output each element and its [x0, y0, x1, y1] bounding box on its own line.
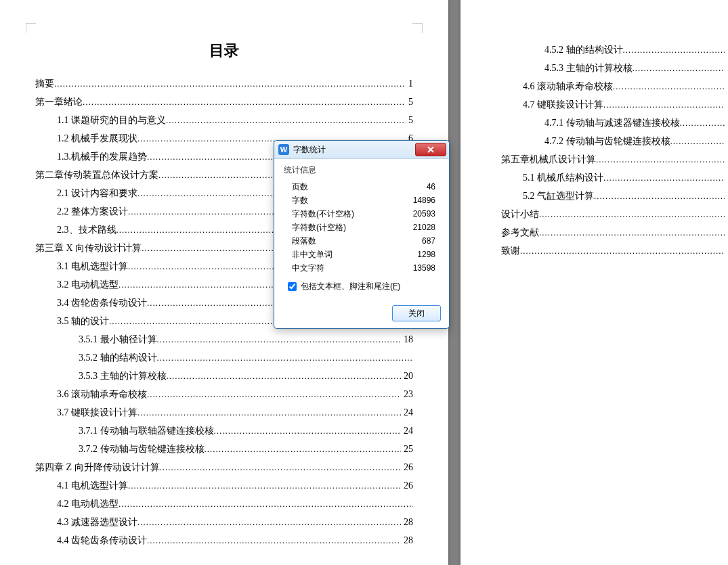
- toc-entry[interactable]: 5.2 气缸选型计算: [501, 187, 725, 205]
- toc-leader: [520, 242, 725, 260]
- toc-entry[interactable]: 4.4 齿轮齿条传动设计28: [35, 531, 413, 549]
- toc-entry[interactable]: 3.5.2 轴的结构设计: [35, 348, 413, 367]
- toc-entry[interactable]: 4.6 滚动轴承寿命校核: [501, 77, 725, 95]
- toc-entry-page: 24: [401, 403, 413, 422]
- crop-mark: [26, 23, 36, 33]
- stat-row: 字符数(计空格)21028: [284, 221, 440, 234]
- toc-entry-label: 设计小结: [501, 205, 539, 223]
- toc-entry-label: 2.3、技术路线: [57, 221, 116, 239]
- toc-entry-label: 4.7.2 传动轴与齿轮键连接校核: [544, 132, 670, 150]
- toc-entry[interactable]: 5.1 机械爪结构设计: [501, 168, 725, 187]
- toc-entry-label: 3.7.2 传动轴与齿轮键连接校核: [79, 440, 205, 458]
- toc-entry[interactable]: 第五章机械爪设计计算: [501, 150, 725, 168]
- stat-value: 687: [402, 234, 440, 248]
- toc-entry-page: 1: [406, 74, 413, 93]
- toc-entry-label: 3.4 齿轮齿条传动设计: [57, 294, 147, 312]
- toc-entry-label: 第二章传动装置总体设计方案: [35, 166, 158, 184]
- toc-entry-page: 25: [401, 440, 413, 458]
- dialog-body: 统计信息 页数46字数14896字符数(不计空格)20593字符数(计空格)21…: [274, 159, 449, 301]
- toc-entry[interactable]: 4.2 电动机选型: [35, 495, 413, 513]
- toc-entry-page: 28: [401, 531, 413, 549]
- stat-value: 14896: [402, 194, 440, 207]
- toc-entry-label: 3.7.1 传动轴与联轴器键连接校核: [79, 422, 214, 440]
- toc-entry[interactable]: 4.3 减速器选型设计28: [35, 513, 413, 531]
- toc-leader: [54, 74, 406, 93]
- toc-entry[interactable]: 3.5.3 主轴的计算校核20: [35, 367, 413, 385]
- stat-row: 字数14896: [284, 194, 440, 207]
- toc-leader: [603, 168, 725, 187]
- toc-leader: [623, 41, 725, 59]
- toc-leader: [680, 114, 725, 132]
- toc-entry-page: 26: [401, 458, 413, 476]
- toc-entry[interactable]: 4.7 键联接设计计算: [501, 95, 725, 114]
- stat-row: 段落数687: [284, 234, 440, 248]
- toc-leader: [128, 476, 401, 495]
- toc-leader: [157, 330, 402, 348]
- toc-entry-label: 3.1 电机选型计算: [57, 257, 128, 275]
- toc-entry[interactable]: 1.1 课题研究的目的与意义5: [35, 111, 413, 129]
- toc-entry-label: 致谢: [501, 242, 520, 260]
- toc-entry[interactable]: 4.5.3 主轴的计算校核: [501, 59, 725, 77]
- toc-entry[interactable]: 致谢: [501, 242, 725, 260]
- toc-entry-label: 第三章 X 向传动设计计算: [35, 239, 142, 257]
- toc-entry-label: 5.2 气缸选型计算: [523, 187, 594, 205]
- stats-section-label: 统计信息: [284, 164, 440, 176]
- toc-entry-label: 3.6 滚动轴承寿命校核: [57, 385, 147, 403]
- toc-entry-label: 4.3 减速器选型设计: [57, 513, 137, 531]
- stat-row: 中文字符13598: [284, 261, 440, 275]
- toc-entry-label: 4.4 齿轮齿条传动设计: [57, 531, 147, 549]
- toc-entry[interactable]: 第一章绪论5: [35, 93, 413, 111]
- toc-entry-label: 2.1 设计内容和要求: [57, 184, 137, 202]
- toc-leader: [137, 403, 401, 422]
- toc-leader: [633, 59, 725, 77]
- toc-entry[interactable]: 4.1 电机选型计算26: [35, 476, 413, 495]
- close-icon[interactable]: [415, 143, 446, 156]
- toc-entry-label: 3.5.3 主轴的计算校核: [79, 367, 167, 385]
- toc-entry-label: 第四章 Z 向升降传动设计计算: [35, 458, 160, 476]
- toc-leader: [594, 187, 725, 205]
- toc-entry-page: 18: [401, 330, 413, 348]
- stat-key: 页数: [292, 180, 402, 194]
- toc-entry[interactable]: 3.6 滚动轴承寿命校核23: [35, 385, 413, 403]
- toc-leader: [596, 150, 725, 168]
- toc-leader: [119, 495, 413, 513]
- stat-row: 页数46: [284, 180, 440, 194]
- stat-key: 非中文单词: [292, 248, 402, 261]
- toc-entry[interactable]: 4.5.2 轴的结构设计: [501, 41, 725, 59]
- toc-entry[interactable]: 摘要1: [35, 74, 413, 93]
- stat-row: 非中文单词1298: [284, 248, 440, 261]
- toc-entry[interactable]: 3.7.2 传动轴与齿轮键连接校核25: [35, 440, 413, 458]
- toc-entry-label: 4.7.1 传动轴与减速器键连接校核: [544, 114, 680, 132]
- toc-entry[interactable]: 第四章 Z 向升降传动设计计算26: [35, 458, 413, 476]
- toc-leader: [214, 422, 402, 440]
- toc-leader: [147, 531, 401, 549]
- include-footnotes-checkbox[interactable]: 包括文本框、脚注和尾注(F): [284, 280, 440, 293]
- toc-entry-label: 摘要: [35, 74, 54, 93]
- stat-value: 13598: [402, 261, 440, 275]
- close-button[interactable]: 关闭: [392, 305, 441, 321]
- word-count-dialog[interactable]: W 字数统计 统计信息 页数46字数14896字符数(不计空格)20593字符数…: [274, 140, 450, 329]
- include-footnotes-input[interactable]: [288, 282, 297, 291]
- toc-title: 目录: [35, 41, 413, 61]
- stats-list: 页数46字数14896字符数(不计空格)20593字符数(计空格)21028段落…: [284, 180, 440, 275]
- toc-entry[interactable]: 3.7.1 传动轴与联轴器键连接校核24: [35, 422, 413, 440]
- stat-value: 20593: [402, 207, 440, 221]
- toc-entry-label: 参考文献: [501, 223, 539, 242]
- toc-entry[interactable]: 4.7.2 传动轴与齿轮键连接校核: [501, 132, 725, 150]
- toc-entry-label: 3.7 键联接设计计算: [57, 403, 137, 422]
- toc-entry[interactable]: 参考文献: [501, 223, 725, 242]
- toc-entry-label: 4.1 电机选型计算: [57, 476, 128, 495]
- toc-entry-label: 5.1 机械爪结构设计: [523, 168, 603, 187]
- toc-leader: [603, 95, 725, 114]
- toc-entry[interactable]: 3.7 键联接设计计算24: [35, 403, 413, 422]
- dialog-titlebar[interactable]: W 字数统计: [274, 141, 449, 159]
- toc-leader: [157, 348, 414, 367]
- toc-entry-label: 1.1 课题研究的目的与意义: [57, 111, 166, 129]
- toc-entry[interactable]: 设计小结: [501, 205, 725, 223]
- checkbox-label: 包括文本框、脚注和尾注(F): [301, 281, 400, 292]
- toc-leader: [613, 77, 725, 95]
- toc-entry[interactable]: 3.5.1 最小轴径计算18: [35, 330, 413, 348]
- toc-entry-page: 28: [401, 513, 413, 531]
- stat-key: 字数: [292, 194, 402, 207]
- toc-entry[interactable]: 4.7.1 传动轴与减速器键连接校核: [501, 114, 725, 132]
